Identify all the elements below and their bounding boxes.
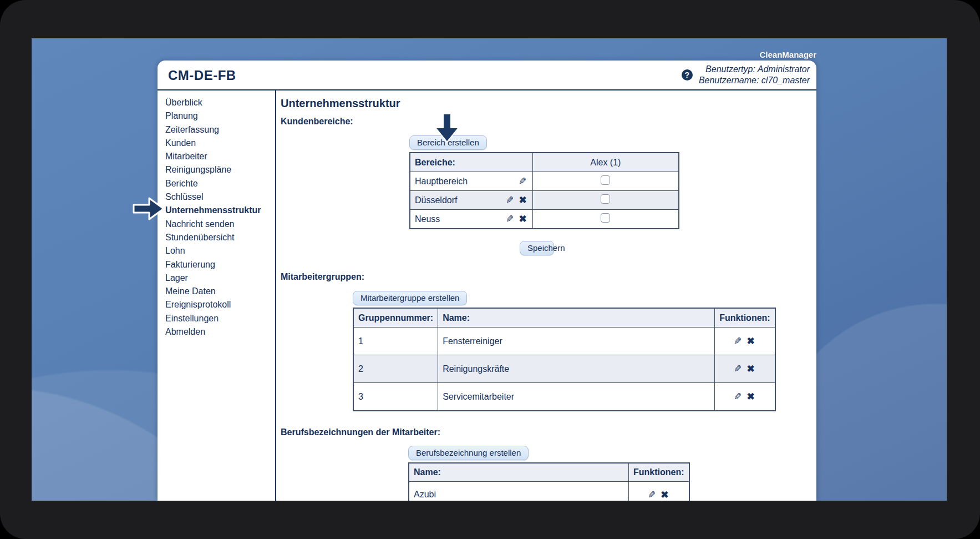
- sidebar-item-lager[interactable]: Lager: [165, 271, 275, 285]
- area-checkbox[interactable]: [601, 175, 610, 185]
- sidebar-item-ereignisprotokoll[interactable]: Ereignisprotokoll: [165, 298, 275, 311]
- user-info: Benutzertyp: Administrator Benutzername:…: [699, 64, 810, 86]
- table-header-row: Bereiche: Alex (1): [410, 153, 679, 172]
- sidebar-item-schluessel[interactable]: Schlüssel: [165, 190, 275, 204]
- alex-column-header: Alex (1): [532, 153, 679, 172]
- user-type: Benutzertyp: Administrator: [699, 64, 810, 75]
- tutorial-arrow-down-icon: [434, 113, 460, 144]
- delete-icon[interactable]: ✖: [747, 391, 754, 402]
- table-row: 3 Servicemitarbeiter ✎✖: [353, 383, 775, 411]
- table-row: Azubi ✎✖: [409, 482, 689, 501]
- sidebar-item-ueberblick[interactable]: Überblick: [165, 96, 275, 109]
- delete-icon[interactable]: ✖: [747, 363, 754, 375]
- page-title: CM-DE-FB: [168, 68, 236, 83]
- desktop-background: CleanManager CM-DE-FB ? Benutzertyp: Adm…: [32, 38, 947, 501]
- gruppe-name: Fensterreiniger: [438, 328, 715, 355]
- delete-icon[interactable]: ✖: [519, 213, 526, 225]
- user-name: Benutzername: cl70_master: [699, 75, 810, 86]
- sidebar-item-mitarbeiter[interactable]: Mitarbeiter: [165, 150, 275, 163]
- area-checkbox[interactable]: [601, 213, 610, 223]
- device-frame: CleanManager CM-DE-FB ? Benutzertyp: Adm…: [0, 0, 980, 539]
- sidebar-item-lohn[interactable]: Lohn: [165, 244, 275, 258]
- berufsbezeichnung-name: Azubi: [409, 482, 629, 501]
- edit-icon[interactable]: ✎: [648, 489, 656, 501]
- table-row: Neuss ✎✖: [410, 210, 679, 229]
- main-content: Unternehmensstruktur Kundenbereiche: Ber…: [276, 90, 816, 501]
- sidebar-item-berichte[interactable]: Berichte: [165, 177, 275, 190]
- help-icon[interactable]: ?: [682, 69, 693, 80]
- sidebar-item-kunden[interactable]: Kunden: [165, 137, 275, 150]
- table-row: 2 Reinigungskräfte ✎✖: [353, 355, 775, 383]
- bereiche-table: Bereiche: Alex (1) Hauptbereich ✎: [409, 152, 679, 229]
- mitarbeitergruppe-erstellen-button[interactable]: Mitarbeitergruppe erstellen: [353, 291, 467, 305]
- table-row: Hauptbereich ✎: [410, 172, 679, 191]
- funktionen-column-header: Funktionen:: [715, 308, 775, 328]
- edit-icon[interactable]: ✎: [506, 213, 514, 225]
- gruppe-name: Servicemitarbeiter: [438, 383, 715, 411]
- gruppe-name: Reinigungskräfte: [438, 355, 715, 383]
- table-row: 1 Fensterreiniger ✎✖: [353, 328, 775, 355]
- sidebar-item-nachricht-senden[interactable]: Nachricht senden: [165, 218, 275, 231]
- edit-icon[interactable]: ✎: [734, 391, 742, 402]
- sidebar-item-einstellungen[interactable]: Einstellungen: [165, 312, 275, 325]
- gruppennummer-value: 1: [353, 328, 438, 355]
- user-info-block: ? Benutzertyp: Administrator Benutzernam…: [682, 64, 810, 86]
- name-column-header: Name:: [409, 463, 629, 482]
- tutorial-arrow-right-icon: [132, 196, 165, 221]
- area-checkbox[interactable]: [601, 194, 610, 204]
- delete-icon[interactable]: ✖: [661, 489, 668, 501]
- window-body: Überblick Planung Zeiterfassung Kunden M…: [158, 90, 816, 501]
- mitarbeitergruppen-label: Mitarbeitergruppen:: [281, 272, 816, 282]
- content-heading: Unternehmensstruktur: [281, 97, 816, 109]
- bereich-name: Hauptbereich: [415, 177, 468, 187]
- gruppennummer-value: 2: [353, 355, 438, 383]
- edit-icon[interactable]: ✎: [506, 194, 514, 206]
- mitarbeitergruppen-table: Gruppennummer: Name: Funktionen: 1 Fenst…: [353, 308, 776, 411]
- berufsbezeichnungen-label: Berufsbezeichnungen der Mitarbeiter:: [281, 427, 816, 437]
- sidebar-item-reinigungsplaene[interactable]: Reinigungspläne: [165, 163, 275, 177]
- delete-icon[interactable]: ✖: [747, 335, 754, 347]
- edit-icon[interactable]: ✎: [734, 363, 742, 375]
- table-header-row: Gruppennummer: Name: Funktionen:: [353, 308, 775, 328]
- table-row: Düsseldorf ✎✖: [410, 191, 679, 210]
- berufsbezeichnung-erstellen-button[interactable]: Berufsbezeichnung erstellen: [408, 446, 529, 460]
- funktionen-column-header: Funktionen:: [629, 463, 689, 482]
- bereich-name: Neuss: [415, 214, 440, 224]
- sidebar-item-stundenuebersicht[interactable]: Stundenübersicht: [165, 231, 275, 244]
- sidebar-item-unternehmensstruktur[interactable]: Unternehmensstruktur: [165, 204, 275, 217]
- gruppennummer-value: 3: [353, 383, 438, 411]
- edit-icon[interactable]: ✎: [519, 175, 526, 187]
- berufsbezeichnungen-table: Name: Funktionen: Azubi ✎✖: [408, 462, 690, 501]
- speichern-button[interactable]: Speichern: [520, 241, 554, 255]
- sidebar-item-meine-daten[interactable]: Meine Daten: [165, 285, 275, 298]
- app-window: CM-DE-FB ? Benutzertyp: Administrator Be…: [158, 61, 816, 501]
- edit-icon[interactable]: ✎: [734, 335, 742, 347]
- brand-logo: CleanManager: [712, 50, 816, 59]
- sidebar-nav: Überblick Planung Zeiterfassung Kunden M…: [158, 90, 276, 501]
- kundenbereiche-label: Kundenbereiche:: [281, 117, 816, 127]
- bereich-name: Düsseldorf: [415, 195, 457, 205]
- delete-icon[interactable]: ✖: [519, 194, 526, 206]
- gruppennummer-column-header: Gruppennummer:: [353, 308, 438, 328]
- bereiche-column-header: Bereiche:: [410, 153, 532, 172]
- sidebar-item-zeiterfassung[interactable]: Zeiterfassung: [165, 123, 275, 137]
- sidebar-item-fakturierung[interactable]: Fakturierung: [165, 258, 275, 271]
- sidebar-item-abmelden[interactable]: Abmelden: [165, 325, 275, 339]
- window-header: CM-DE-FB ? Benutzertyp: Administrator Be…: [158, 61, 816, 90]
- sidebar-item-planung[interactable]: Planung: [165, 109, 275, 123]
- name-column-header: Name:: [438, 308, 715, 328]
- table-header-row: Name: Funktionen:: [409, 463, 689, 482]
